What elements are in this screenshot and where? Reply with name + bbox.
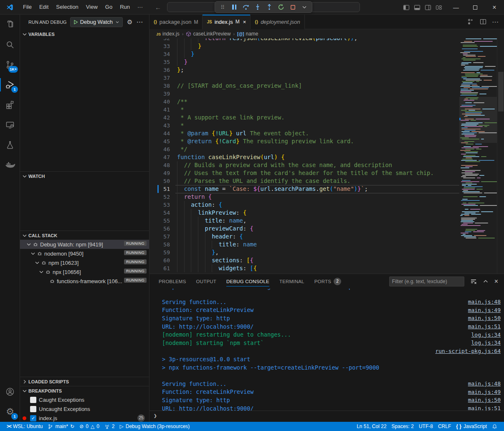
step-into-icon[interactable] bbox=[253, 3, 263, 12]
call-stack-row[interactable]: npx [10656]RUNNING bbox=[20, 267, 149, 276]
console-source-link[interactable]: main.js:49 bbox=[468, 307, 501, 313]
activity-settings-icon[interactable]: ⚙1 bbox=[0, 402, 20, 422]
code-line-59[interactable]: 59 }, bbox=[149, 248, 459, 256]
minimize-button[interactable]: — bbox=[446, 0, 466, 15]
code-line-53[interactable]: 53 action: { bbox=[149, 201, 459, 209]
split-editor-icon[interactable] bbox=[480, 18, 486, 25]
breakpoint-row[interactable]: Uncaught Exceptions bbox=[20, 404, 149, 413]
breadcrumb-item-index.js[interactable]: JSindex.js bbox=[156, 31, 180, 37]
code-line-50[interactable]: 50 // Parses the URL and identify the ca… bbox=[149, 177, 459, 185]
code-line-61[interactable]: 61 widgets: [{ bbox=[149, 264, 459, 272]
status-ln-51-col-22[interactable]: Ln 51, Col 22 bbox=[354, 422, 389, 431]
step-out-icon[interactable] bbox=[264, 3, 274, 12]
call-stack-row[interactable]: npm [10623]RUNNING bbox=[20, 258, 149, 267]
status-debug[interactable]: ▷Debug Watch (3p-resources) bbox=[117, 422, 192, 431]
status-braces[interactable]: { }JavaScript bbox=[453, 422, 489, 431]
launch-config-dropdown[interactable]: Debug Watch bbox=[70, 17, 123, 27]
tab-deployment.json[interactable]: {}deployment.json bbox=[251, 15, 304, 29]
code-line-48[interactable]: 48 // Builds a preview card with the cas… bbox=[149, 161, 459, 169]
status-crlf[interactable]: CRLF bbox=[436, 422, 453, 431]
chevron-down-icon[interactable] bbox=[34, 260, 40, 266]
section-loaded-scripts[interactable]: LOADED SCRIPTS bbox=[20, 377, 149, 386]
grip-icon[interactable]: ⠿ bbox=[218, 3, 228, 12]
code-line-34[interactable]: 34 } bbox=[149, 50, 459, 58]
status-spaces-2[interactable]: Spaces: 2 bbox=[389, 422, 416, 431]
code-line-37[interactable]: 37 bbox=[149, 74, 459, 82]
panel-tab-problems[interactable]: PROBLEMS bbox=[159, 274, 186, 289]
status-radio-tower[interactable]: 2 bbox=[102, 422, 117, 431]
activity-accounts-icon[interactable] bbox=[0, 382, 20, 402]
debug-console-input[interactable]: ❯ bbox=[149, 411, 504, 420]
code-line-55[interactable]: 55 title: name, bbox=[149, 217, 459, 225]
code-line-60[interactable]: 60 sections: [{ bbox=[149, 256, 459, 264]
activity-remote-explorer-icon[interactable] bbox=[0, 115, 20, 135]
console-source-link[interactable]: main.js:49 bbox=[468, 389, 501, 395]
pause-icon[interactable] bbox=[229, 3, 239, 12]
code-line-38[interactable]: 38// [START add_ons_case_preview_link] bbox=[149, 82, 459, 90]
breadcrumb-item-caseLinkPreview[interactable]: caseLinkPreview bbox=[186, 31, 230, 37]
section-variables[interactable]: VARIABLES bbox=[20, 29, 149, 38]
more-actions-icon[interactable]: ··· bbox=[492, 19, 499, 25]
clear-console-icon[interactable] bbox=[470, 278, 477, 285]
breadcrumb-item-name[interactable]: [@]name bbox=[237, 31, 258, 37]
code-line-57[interactable]: 57 header: { bbox=[149, 233, 459, 241]
console-source-link[interactable]: log.js:34 bbox=[471, 340, 501, 346]
menu-run[interactable]: Run bbox=[116, 3, 134, 12]
step-over-icon[interactable] bbox=[241, 3, 251, 12]
debug-console-output[interactable]: > npx functions-framework --target=creat… bbox=[149, 289, 504, 411]
menu-view[interactable]: View bbox=[82, 3, 101, 12]
code-line-51[interactable]: 51 const name = `Case: ${url.searchParam… bbox=[149, 185, 459, 193]
chevron-down-icon[interactable] bbox=[26, 241, 32, 247]
code-line-54[interactable]: 54 linkPreview: { bbox=[149, 209, 459, 217]
debug-settings-gear-icon[interactable]: ⚙ bbox=[127, 18, 132, 26]
code-line-42[interactable]: 42 * A support case link preview. bbox=[149, 114, 459, 122]
toggle-secondary-sidebar-icon[interactable] bbox=[425, 4, 431, 11]
breakpoint-row[interactable]: Caught Exceptions bbox=[20, 395, 149, 404]
back-arrow-icon[interactable]: ← bbox=[155, 4, 161, 11]
activity-run-and-debug-icon[interactable]: 1 bbox=[0, 75, 20, 95]
code-line-41[interactable]: 41 * bbox=[149, 106, 459, 114]
panel-tab-output[interactable]: OUTPUT bbox=[196, 274, 216, 289]
code-line-46[interactable]: 46 */ bbox=[149, 145, 459, 153]
panel-tab-ports[interactable]: PORTS2 bbox=[314, 274, 341, 289]
console-source-link[interactable]: main.js:48 bbox=[468, 380, 501, 387]
code-line-45[interactable]: 45 * @return {!Card} The resulting previ… bbox=[149, 137, 459, 145]
console-source-link[interactable]: main.js:51 bbox=[468, 323, 501, 330]
menu-moremoremore[interactable]: ··· bbox=[134, 3, 147, 12]
code-line-35[interactable]: 35 } bbox=[149, 58, 459, 66]
close-button[interactable]: × bbox=[485, 0, 504, 15]
call-stack-row[interactable]: nodemon [9450]RUNNING bbox=[20, 249, 149, 258]
tab-package.json[interactable]: {}package.jsonM bbox=[149, 15, 203, 29]
activity-explorer-icon[interactable] bbox=[0, 15, 20, 35]
close-tab-icon[interactable]: × bbox=[243, 19, 246, 25]
code-line-49[interactable]: 49 // Uses the text from the card's head… bbox=[149, 169, 459, 177]
status-utf-8[interactable]: UTF-8 bbox=[416, 422, 436, 431]
code-line-36[interactable]: 36}; bbox=[149, 66, 459, 74]
code-line-39[interactable]: 39 bbox=[149, 90, 459, 98]
code-line-52[interactable]: 52 return { bbox=[149, 193, 459, 201]
code-line-58[interactable]: 58 title: name bbox=[149, 241, 459, 248]
code-line-56[interactable]: 56 previewCard: { bbox=[149, 225, 459, 233]
console-source-link[interactable]: main.js:50 bbox=[468, 397, 501, 403]
code-line-32[interactable]: 32 return res.json(caseLinkPreview(parse… bbox=[149, 38, 459, 42]
console-source-link[interactable]: main.js:51 bbox=[468, 405, 501, 411]
console-source-link[interactable]: main.js:50 bbox=[468, 315, 501, 321]
tab-index.js[interactable]: JSindex.jsM× bbox=[203, 15, 251, 29]
code-line-43[interactable]: 43 * bbox=[149, 122, 459, 129]
section-watch[interactable]: WATCH bbox=[20, 171, 149, 180]
chevron-down-icon[interactable] bbox=[38, 269, 44, 275]
views-more-actions-icon[interactable]: ··· bbox=[137, 19, 143, 25]
restart-icon[interactable] bbox=[276, 3, 286, 12]
console-source-link[interactable]: run-script-pkg.js:64 bbox=[435, 348, 501, 354]
menu-selection[interactable]: Selection bbox=[52, 3, 82, 12]
status-remote[interactable]: ><WSL: Ubuntu bbox=[4, 422, 45, 431]
activity-extensions-icon[interactable] bbox=[0, 95, 20, 115]
customize-layout-icon[interactable] bbox=[436, 4, 442, 11]
menu-file[interactable]: File bbox=[19, 3, 35, 12]
toggle-primary-sidebar-icon[interactable] bbox=[403, 4, 410, 11]
call-stack-row[interactable]: functions-framework [106...RUNNING bbox=[20, 276, 149, 286]
console-source-link[interactable]: main.js:48 bbox=[468, 299, 501, 305]
code-line-40[interactable]: 40/** bbox=[149, 98, 459, 106]
stop-icon[interactable] bbox=[288, 3, 298, 12]
toggle-panel-icon[interactable] bbox=[414, 4, 420, 11]
